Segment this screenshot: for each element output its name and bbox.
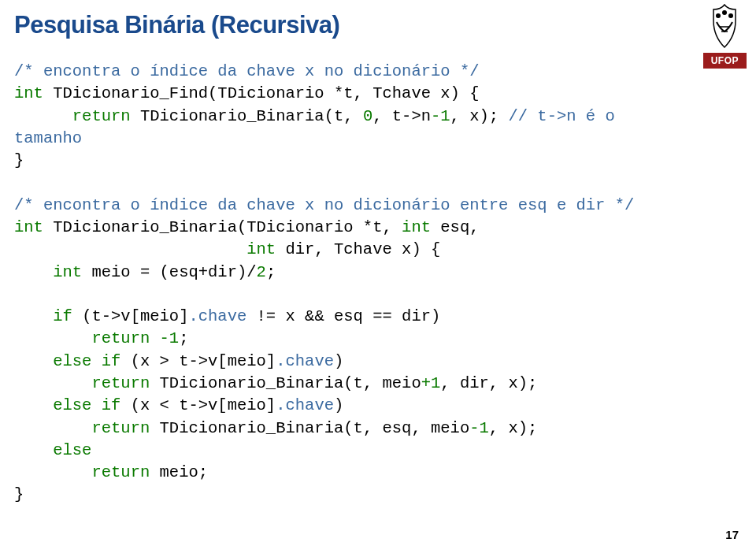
page-number: 17 [725,528,739,541]
code-text: meio = (esq+dir)/ [82,263,256,281]
code-kw: return [91,374,150,392]
code-member: .chave [276,352,334,370]
code-text: TDicionario_Binaria(t, [131,107,363,125]
code-kw: int [53,263,82,281]
slide-title: Pesquisa Binária (Recursiva) [14,11,339,39]
code-kw: if [53,307,72,325]
code-pad [14,419,91,437]
code-pad [14,240,246,258]
code-text: , x); [489,419,538,437]
code-kw: return [91,329,150,347]
code-text: ) [334,396,343,414]
code-text: , t->n [372,107,431,125]
code-text: dir, Tchave x) { [276,240,440,258]
code-comment: /* encontra o índice da chave x no dicio… [14,196,634,214]
code-kw: int [246,240,276,258]
code-text: } [14,485,24,503]
code-comment: tamanho [14,129,82,147]
code-text: (x > t->v[meio] [120,352,276,370]
code-comment: // t->n é o [508,107,614,125]
code-member: .chave [188,307,246,325]
code-pad [14,107,72,125]
code-text: , x); [450,107,509,125]
code-kw: int [402,218,431,236]
code-text: ; [266,263,276,281]
ufop-badge: UFOP [703,53,747,69]
code-num: 2 [257,263,266,281]
code-kw: int [14,84,43,102]
code-text: TDicionario_Binaria(t, meio [150,374,421,392]
code-text: TDicionario_Binaria(TDicionario *t, [43,218,402,236]
code-text: (x < t->v[meio] [120,396,276,414]
code-num: +1 [421,374,441,392]
code-pad [14,441,53,459]
code-kw: else [53,441,91,459]
code-pad [14,307,53,325]
code-block: /* encontra o índice da chave x no dicio… [14,61,634,507]
code-num: -1 [150,329,179,347]
code-text: } [14,151,24,169]
code-text: meio; [150,463,208,481]
ufop-crest-icon [706,3,743,49]
code-text: , dir, x); [440,374,537,392]
code-pad [14,352,53,370]
code-kw: return [72,107,131,125]
code-pad [14,396,53,414]
code-comment: /* encontra o índice da chave x no dicio… [14,62,480,80]
svg-point-2 [722,10,727,15]
code-kw: else if [53,396,120,414]
code-kw: return [91,463,150,481]
svg-point-1 [728,13,733,18]
code-text: TDicionario_Binaria(t, esq, meio [150,419,469,437]
code-text: ; [179,329,188,347]
code-num: -1 [469,419,489,437]
code-pad [14,374,91,392]
slide-header: Pesquisa Binária (Recursiva) UFOP [0,0,756,51]
svg-point-0 [716,13,721,18]
code-kw: return [91,419,150,437]
logo-block: UFOP [693,0,756,79]
code-pad [14,263,53,281]
code-num: -1 [431,107,450,125]
code-text: ) [334,352,343,370]
code-text: esq, [431,218,480,236]
code-kw: int [14,218,43,236]
code-kw: else if [53,352,120,370]
code-text: != x && esq == dir) [246,307,440,325]
code-pad [14,329,91,347]
code-text: TDicionario_Find(TDicionario *t, Tchave … [43,84,480,102]
code-text: (t->v[meio] [72,307,189,325]
code-num: 0 [363,107,372,125]
code-pad [14,463,91,481]
code-member: .chave [276,396,334,414]
